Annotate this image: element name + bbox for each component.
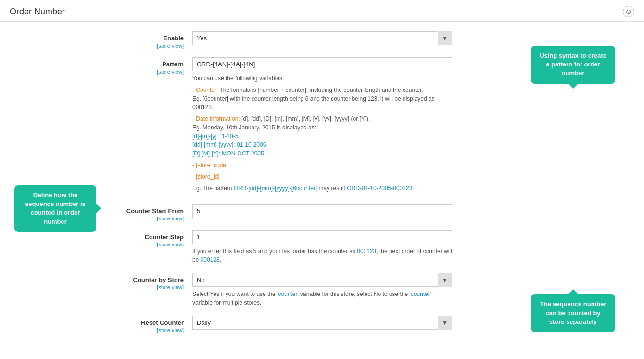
page-title: Order Number bbox=[10, 7, 65, 17]
reset-counter-select-wrapper: Daily Weekly Monthly Never ▼ bbox=[192, 316, 452, 330]
pattern-store-view-link[interactable]: [store view] bbox=[10, 69, 184, 75]
date-label: - Date information: bbox=[192, 115, 240, 122]
counter-step-help: If you enter this field as 5 and your la… bbox=[192, 247, 452, 264]
pattern-label-col: Pattern [store view] bbox=[10, 57, 192, 75]
counter-start-control bbox=[192, 204, 452, 218]
pattern-label: Pattern bbox=[162, 61, 184, 68]
page-header: Order Number ⊖ bbox=[0, 0, 644, 22]
reset-counter-label-col: Reset Counter [store view] bbox=[10, 316, 192, 333]
counter-step-input[interactable] bbox=[192, 230, 452, 244]
counter-by-store-help: Select Yes if you want to use the 'count… bbox=[192, 290, 452, 307]
counter-start-label: Counter Start From bbox=[126, 207, 184, 215]
counter-step-control: If you enter this field as 5 and your la… bbox=[192, 230, 452, 264]
tooltip-pattern-bubble: Using syntax to create a pattern for ord… bbox=[531, 46, 615, 84]
reset-counter-label: Reset Counter bbox=[141, 319, 184, 326]
counter-by-store-label: Counter by Store bbox=[133, 276, 184, 283]
reset-counter-store-view-link[interactable]: [store view] bbox=[10, 327, 184, 333]
content-area: Using syntax to create a pattern for ord… bbox=[0, 22, 644, 351]
enable-store-view-link[interactable]: [store view] bbox=[10, 43, 184, 49]
enable-control: Yes No ▼ bbox=[192, 31, 452, 45]
counter-step-label-col: Counter Step [store view] bbox=[10, 230, 192, 247]
counter-by-store-select[interactable]: No Yes bbox=[192, 273, 452, 287]
enable-select[interactable]: Yes No bbox=[192, 31, 452, 45]
enable-select-wrapper: Yes No ▼ bbox=[192, 31, 452, 45]
tooltip-store-bubble: The sequence number can be counted by st… bbox=[531, 294, 615, 332]
pattern-help-text: You can use the following variables: - C… bbox=[192, 74, 452, 192]
enable-label: Enable bbox=[163, 35, 184, 42]
counter-start-input[interactable] bbox=[192, 204, 452, 218]
tooltip-sequence-bubble: Define how the sequence number is counte… bbox=[14, 185, 96, 232]
reset-counter-control: Daily Weekly Monthly Never ▼ bbox=[192, 316, 452, 330]
counter-step-row: Counter Step [store view] If you enter t… bbox=[10, 230, 634, 264]
counter-label: - Counter: bbox=[192, 87, 218, 93]
pattern-input[interactable] bbox=[192, 57, 452, 71]
counter-by-store-label-col: Counter by Store [store view] bbox=[10, 273, 192, 290]
pattern-control: You can use the following variables: - C… bbox=[192, 57, 452, 195]
counter-by-store-control: No Yes ▼ Select Yes if you want to use t… bbox=[192, 273, 452, 307]
counter-by-store-select-wrapper: No Yes ▼ bbox=[192, 273, 452, 287]
reset-counter-select[interactable]: Daily Weekly Monthly Never bbox=[192, 316, 452, 330]
counter-step-store-view-link[interactable]: [store view] bbox=[10, 242, 184, 247]
enable-label-col: Enable [store view] bbox=[10, 31, 192, 49]
counter-by-store-store-view-link[interactable]: [store view] bbox=[10, 284, 184, 290]
counter-step-label: Counter Step bbox=[144, 233, 184, 241]
collapse-button[interactable]: ⊖ bbox=[623, 6, 634, 17]
